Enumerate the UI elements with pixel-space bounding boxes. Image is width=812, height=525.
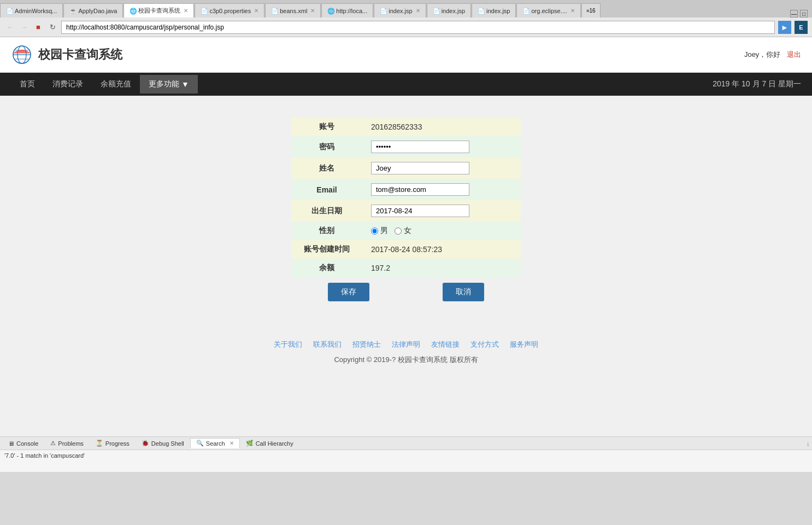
nav-home[interactable]: 首页	[11, 74, 44, 95]
field-label-gender: 性别	[291, 221, 362, 240]
field-value-gender: 男 女	[362, 221, 521, 240]
gender-male-label[interactable]: 男	[371, 226, 388, 236]
tab-close-icon[interactable]: ✕	[230, 440, 234, 446]
nav-recharge[interactable]: 余额充值	[92, 74, 140, 95]
tab-applydao[interactable]: ☕ ApplyDao.java	[63, 3, 123, 18]
bottom-status-text: '7.0' - 1 match in 'campuscard'	[0, 450, 812, 461]
debug-icon: 🐞	[142, 440, 149, 447]
field-label-name: 姓名	[291, 158, 362, 179]
file-icon: 📄	[433, 8, 439, 14]
nav-consumption[interactable]: 消费记录	[44, 74, 92, 95]
footer-link-payment[interactable]: 支付方式	[470, 340, 499, 349]
site-header: 校园卡查询系统 Joey，你好 退出	[0, 37, 812, 73]
address-bar: ← → ■ ↻ ► E	[0, 18, 812, 37]
table-row: Email	[291, 179, 521, 200]
footer-link-legal[interactable]: 法律声明	[392, 340, 420, 349]
field-value-createtime: 2017-08-24 08:57:23	[362, 240, 521, 259]
bottom-panel-scroll-down[interactable]: ↓	[807, 439, 810, 447]
globe-icon: 🌐	[327, 8, 334, 14]
hierarchy-icon: 🌿	[246, 440, 254, 447]
main-area: 账号 201628562333 密码 姓名	[0, 96, 812, 323]
file-icon: 📄	[478, 8, 484, 14]
name-input[interactable]	[371, 162, 469, 174]
stop-button[interactable]: ■	[33, 22, 44, 33]
gender-male-text: 男	[380, 226, 388, 236]
console-icon: 🖥	[8, 440, 14, 447]
gender-female-label[interactable]: 女	[395, 226, 411, 236]
eclipse-button[interactable]: E	[795, 21, 808, 34]
tab-beans[interactable]: 📄 beans.xml ✕	[265, 3, 321, 18]
nav-items: 首页 消费记录 余额充值 更多功能 ▼	[11, 74, 198, 95]
tab-index2[interactable]: 📄 index.jsp	[427, 3, 471, 18]
back-button[interactable]: ←	[4, 22, 15, 33]
logout-link[interactable]: 退出	[787, 50, 801, 59]
tab-index3[interactable]: 📄 index.jsp	[472, 3, 516, 18]
maximize-button[interactable]: □	[800, 10, 808, 18]
nav-more-dropdown[interactable]: 更多功能 ▼	[140, 75, 198, 94]
problems-icon: ⚠	[50, 440, 56, 447]
field-value-account: 201628562333	[362, 118, 521, 136]
table-row: 姓名	[291, 158, 521, 179]
info-table: 账号 201628562333 密码 姓名	[291, 118, 521, 277]
footer-link-recruit[interactable]: 招贤纳士	[352, 340, 381, 349]
refresh-button[interactable]: ↻	[47, 22, 58, 33]
tab-campuscard[interactable]: 🌐 校园卡查询系统 ✕	[123, 3, 194, 18]
footer-link-friendly[interactable]: 友情链接	[431, 340, 460, 349]
field-label-birthdate: 出生日期	[291, 200, 362, 221]
bottom-tab-hierarchy[interactable]: 🌿 Call Hierarchy	[240, 438, 299, 448]
tab-close-icon[interactable]: ✕	[416, 8, 420, 14]
field-label-email: Email	[291, 179, 362, 200]
file-icon: 📄	[522, 8, 529, 14]
form-button-row: 保存 取消	[291, 283, 521, 301]
cancel-button[interactable]: 取消	[443, 283, 484, 301]
bottom-tab-progress[interactable]: ⏳ Progress	[90, 438, 136, 448]
browser-window: 📄 AdminWorksq... ☕ ApplyDao.java 🌐 校园卡查询…	[0, 0, 812, 525]
table-row: 出生日期	[291, 200, 521, 221]
save-button[interactable]: 保存	[328, 283, 369, 301]
search-icon: 🔍	[196, 440, 204, 447]
minimize-button[interactable]: —	[790, 10, 798, 18]
page-content: 校园卡查询系统 Joey，你好 退出 首页 消费记录 余额充值 更多功能 ▼ 2…	[0, 37, 812, 436]
tab-close-icon[interactable]: ✕	[184, 8, 188, 14]
table-row: 余额 197.2	[291, 259, 521, 277]
email-input[interactable]	[371, 183, 469, 196]
chevron-down-icon: ▼	[181, 80, 189, 89]
table-row: 账号创建时间 2017-08-24 08:57:23	[291, 240, 521, 259]
tab-more[interactable]: »16	[581, 3, 601, 18]
tab-adminworks[interactable]: 📄 AdminWorksq...	[0, 3, 63, 18]
footer-link-service[interactable]: 服务声明	[510, 340, 538, 349]
birthdate-input[interactable]	[371, 205, 469, 217]
gender-female-radio[interactable]	[395, 228, 402, 235]
tab-close-icon[interactable]: ✕	[254, 8, 258, 14]
bottom-tab-problems[interactable]: ⚠ Problems	[44, 438, 89, 448]
table-row: 密码	[291, 136, 521, 158]
bottom-tab-debug[interactable]: 🐞 Debug Shell	[136, 438, 190, 448]
progress-icon: ⏳	[96, 440, 103, 447]
tab-close-icon[interactable]: ✕	[570, 8, 575, 14]
field-label-balance: 余额	[291, 259, 362, 277]
table-row: 账号 201628562333	[291, 118, 521, 136]
gender-female-text: 女	[404, 226, 411, 236]
go-button[interactable]: ►	[778, 21, 791, 34]
tab-c3p0[interactable]: 📄 c3p0.properties ✕	[195, 3, 264, 18]
tab-close-icon[interactable]: ✕	[310, 8, 315, 14]
tab-localhost[interactable]: 🌐 http://loca...	[321, 3, 373, 18]
bottom-tab-search[interactable]: 🔍 Search ✕	[190, 438, 240, 448]
forward-button[interactable]: →	[19, 22, 30, 33]
bottom-tabs: 🖥 Console ⚠ Problems ⏳ Progress 🐞 Debug …	[0, 437, 812, 450]
footer-link-about[interactable]: 关于我们	[274, 340, 302, 349]
tab-index1[interactable]: 📄 index.jsp ✕	[374, 3, 426, 18]
user-info: Joey，你好 退出	[744, 50, 801, 60]
field-label-account: 账号	[291, 118, 362, 136]
file-icon: 📄	[201, 8, 207, 14]
table-row: 性别 男 女	[291, 221, 521, 240]
footer-link-contact[interactable]: 联系我们	[313, 340, 342, 349]
tab-orgeclipse[interactable]: 📄 org.eclipse.... ✕	[516, 3, 580, 18]
java-icon: ☕	[69, 8, 76, 14]
field-value-email	[362, 179, 521, 200]
bottom-panel: 🖥 Console ⚠ Problems ⏳ Progress 🐞 Debug …	[0, 436, 812, 472]
gender-male-radio[interactable]	[371, 228, 378, 235]
bottom-tab-console[interactable]: 🖥 Console	[2, 439, 44, 448]
url-input[interactable]	[61, 21, 775, 34]
password-input[interactable]	[371, 141, 469, 153]
